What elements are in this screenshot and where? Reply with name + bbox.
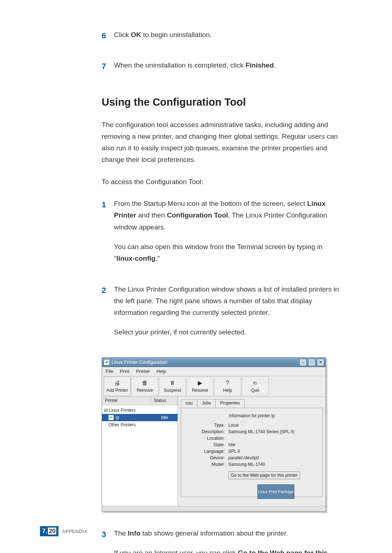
section-heading: Using the Configuration Tool (102, 96, 341, 108)
toolbar-quit-button[interactable]: ⎋Quit (242, 377, 269, 396)
info-key: Device: (185, 455, 228, 460)
toolbar-add-printer-button[interactable]: 🖨Add Printer (104, 377, 131, 396)
step-text: From the Startup Menu icon at the bottom… (114, 198, 341, 272)
info-value: Idle (228, 442, 319, 447)
tree-root[interactable]: ⊟ Linux Printers (102, 407, 177, 414)
tree-header-status: Status (151, 397, 177, 405)
tab-jobs[interactable]: Jobs (197, 399, 216, 408)
window-icon: ✔ (104, 360, 109, 365)
printer-status-icon: ✔ (109, 415, 114, 420)
access-line: To access the Configuration Tool: (102, 176, 341, 188)
tree-header-printer: Printer (102, 397, 151, 405)
close-button[interactable]: ✕ (317, 359, 324, 366)
info-value: parallel:/dev/lp0 (228, 455, 319, 460)
tab-properties[interactable]: Properties (215, 399, 245, 408)
tab-info[interactable]: Info (181, 399, 197, 408)
printer-tree-panel: Printer Status ⊟ Linux Printers ✔ lp Idl… (102, 397, 178, 506)
step-text: Click OK to begin uninstallation. (114, 29, 341, 49)
tree-selected-printer[interactable]: ✔ lp Idle (102, 414, 177, 421)
toolbar-help-button[interactable]: ?Help (214, 377, 241, 396)
step-text: The Linux Printer Configuration window s… (114, 284, 341, 346)
info-pane: Information for printer lp Type:LocalDes… (181, 408, 323, 497)
toolbar: 🖨Add Printer🗑Remove⏸Suspend▶Resume?Help⎋… (102, 376, 326, 397)
info-value: Samsung ML-1740 (228, 462, 319, 467)
intro-paragraph: The configuration tool accesses administ… (102, 119, 341, 166)
window-title: Linux Printer Configuration (111, 359, 167, 365)
go-to-web-page-button[interactable]: Go to the Web page for this printer (228, 471, 300, 479)
page-footer: 7.20 APPENDIX (40, 526, 87, 536)
info-value (228, 436, 319, 441)
info-key: Description: (185, 429, 228, 434)
step-number: 3 (102, 528, 114, 553)
info-value: Local (228, 423, 319, 428)
step-number: 2 (102, 284, 114, 346)
info-heading: Information for printer lp (185, 413, 319, 418)
info-value: Samsung ML-1740 Series (SPL II) (228, 429, 319, 434)
window-titlebar: ✔ Linux Printer Configuration – □ ✕ (102, 358, 326, 367)
menu-printer[interactable]: Printer (136, 369, 150, 374)
config-window-screenshot: ✔ Linux Printer Configuration – □ ✕ File… (102, 357, 341, 512)
info-key: Type: (185, 423, 228, 428)
info-value: SPL II (228, 449, 319, 454)
footer-page: 20 (48, 528, 56, 534)
menu-help[interactable]: Help (156, 369, 166, 374)
minimize-button[interactable]: – (299, 359, 307, 366)
menu-print[interactable]: Print (120, 369, 130, 374)
maximize-button[interactable]: □ (308, 359, 315, 366)
footer-chapter: 7. (42, 528, 47, 534)
step-number: 6 (102, 29, 114, 49)
step-number: 1 (102, 198, 114, 272)
info-key: State: (185, 442, 228, 447)
toolbar-icon: ? (224, 380, 231, 386)
linux-print-package-badge: Linux Print Package (257, 484, 294, 499)
info-key: Model: (185, 462, 228, 467)
menu-file[interactable]: File (106, 369, 113, 374)
info-key: Language: (185, 449, 228, 454)
step-number: 7 (102, 60, 114, 79)
toolbar-resume-button[interactable]: ▶Resume (187, 377, 213, 396)
toolbar-icon: 🖨 (114, 380, 121, 386)
menu-bar: File Print Printer Help (102, 367, 326, 376)
toolbar-remove-button[interactable]: 🗑Remove (131, 377, 158, 396)
tree-other-printers[interactable]: Other Printers (102, 421, 177, 428)
toolbar-suspend-button[interactable]: ⏸Suspend (159, 377, 186, 396)
toolbar-icon: 🗑 (141, 380, 148, 386)
toolbar-icon: ⏸ (169, 380, 176, 386)
step-text: The Info tab shows general information a… (114, 528, 341, 553)
toolbar-icon: ▶ (196, 380, 204, 386)
step-text: When the uninstallation is completed, cl… (114, 60, 341, 79)
toolbar-icon: ⎋ (252, 380, 259, 386)
window-statusbar (102, 506, 326, 511)
info-key: Location: (185, 436, 228, 441)
footer-label: APPENDIX (62, 529, 87, 534)
